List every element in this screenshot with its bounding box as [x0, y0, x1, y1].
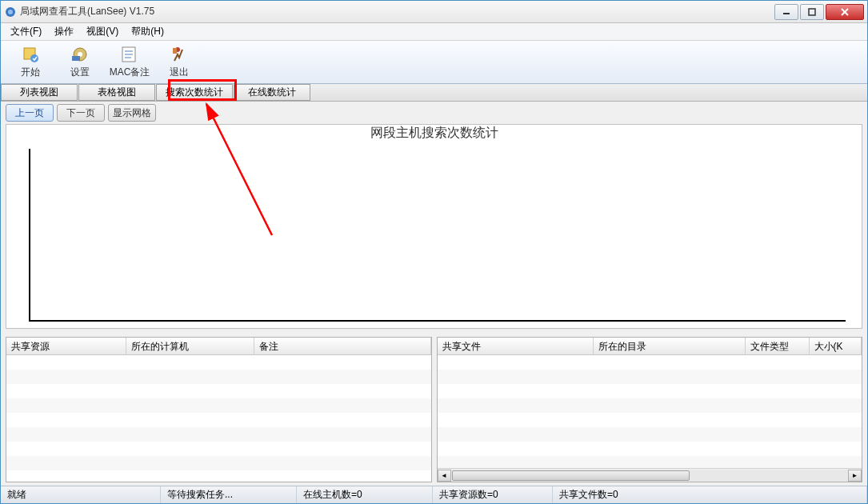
exit-icon	[170, 45, 189, 64]
menu-file[interactable]: 文件(F)	[4, 23, 48, 40]
status-ready: 就绪	[1, 486, 161, 503]
list-body[interactable]	[438, 355, 862, 468]
status-shared-files: 共享文件数=0	[553, 486, 867, 503]
toolbar-exit-button[interactable]: 退出	[154, 42, 204, 82]
toolbar-settings-button[interactable]: 设置	[55, 42, 105, 82]
status-online: 在线主机数=0	[297, 486, 433, 503]
svg-rect-10	[72, 56, 80, 61]
list-body[interactable]	[6, 355, 431, 482]
maximize-button[interactable]	[800, 4, 824, 20]
shared-files-panel: 共享文件 所在的目录 文件类型 大小(K ◄ ►	[437, 337, 863, 482]
status-waiting: 等待搜索任务...	[161, 486, 297, 503]
chart-title: 网段主机搜索次数统计	[370, 125, 498, 142]
show-grid-button[interactable]: 显示网格	[108, 104, 156, 122]
app-window: 局域网查看工具(LanSee) V1.75 文件(F) 操作 视图(V) 帮助(…	[0, 0, 868, 504]
tab-search-stats[interactable]: 搜索次数统计	[156, 84, 233, 101]
scroll-right-button[interactable]: ►	[848, 470, 862, 482]
svg-rect-3	[809, 9, 815, 15]
settings-icon	[70, 45, 90, 64]
tabs-row: 列表视图 表格视图 搜索次数统计 在线数统计	[1, 84, 867, 102]
scroll-left-button[interactable]: ◄	[438, 470, 451, 482]
toolbar-mac-button[interactable]: MAC备注	[105, 42, 154, 82]
tab-online-stats[interactable]: 在线数统计	[234, 84, 310, 101]
col-computer[interactable]: 所在的计算机	[126, 338, 254, 354]
next-page-button[interactable]: 下一页	[57, 104, 105, 122]
scroll-thumb[interactable]	[452, 470, 690, 481]
close-button[interactable]	[826, 4, 864, 20]
tab-list-view[interactable]: 列表视图	[1, 84, 78, 101]
svg-rect-16	[173, 48, 177, 54]
statusbar: 就绪 等待搜索任务... 在线主机数=0 共享资源数=0 共享文件数=0	[1, 486, 867, 503]
status-shared-res: 共享资源数=0	[433, 486, 553, 503]
chart-area: 网段主机搜索次数统计	[6, 124, 862, 329]
svg-point-7	[30, 54, 38, 62]
toolbar-start-label: 开始	[21, 66, 40, 79]
menubar: 文件(F) 操作 视图(V) 帮助(H)	[1, 23, 867, 41]
menu-view[interactable]: 视图(V)	[80, 23, 125, 40]
minimize-button[interactable]	[774, 4, 798, 20]
toolbar-exit-label: 退出	[170, 66, 189, 79]
col-remark[interactable]: 备注	[254, 338, 431, 354]
horizontal-scrollbar[interactable]: ◄ ►	[438, 468, 862, 482]
window-title: 局域网查看工具(LanSee) V1.75	[20, 5, 774, 18]
chart-axes	[29, 149, 846, 322]
toolbar: 开始 设置 MAC备注 退出	[1, 41, 867, 84]
lower-panels: 共享资源 所在的计算机 备注 共享文件 所在的目录 文件类型 大小(K ◄ ►	[1, 334, 867, 486]
menu-operate[interactable]: 操作	[48, 23, 80, 40]
start-icon	[21, 45, 40, 64]
col-shared-resource[interactable]: 共享资源	[6, 338, 126, 354]
toolbar-mac-label: MAC备注	[110, 66, 150, 79]
list-header: 共享资源 所在的计算机 备注	[6, 338, 431, 355]
prev-page-button[interactable]: 上一页	[6, 104, 54, 122]
titlebar: 局域网查看工具(LanSee) V1.75	[1, 1, 867, 23]
col-directory[interactable]: 所在的目录	[594, 338, 746, 354]
mac-icon	[120, 45, 139, 64]
window-controls	[774, 4, 864, 20]
shared-resources-panel: 共享资源 所在的计算机 备注	[6, 337, 432, 482]
list-header: 共享文件 所在的目录 文件类型 大小(K	[438, 338, 862, 355]
toolbar-start-button[interactable]: 开始	[6, 42, 55, 82]
col-shared-file[interactable]: 共享文件	[438, 338, 594, 354]
toolbar-settings-label: 设置	[70, 66, 90, 79]
pagination-controls: 上一页 下一页 显示网格	[1, 102, 867, 124]
scroll-track[interactable]	[451, 470, 849, 482]
col-filetype[interactable]: 文件类型	[746, 338, 810, 354]
svg-point-1	[8, 10, 13, 14]
menu-help[interactable]: 帮助(H)	[125, 23, 170, 40]
tab-table-view[interactable]: 表格视图	[78, 84, 155, 101]
app-icon	[4, 6, 17, 18]
main-content: 上一页 下一页 显示网格 网段主机搜索次数统计	[1, 102, 867, 334]
col-size[interactable]: 大小(K	[810, 338, 862, 354]
